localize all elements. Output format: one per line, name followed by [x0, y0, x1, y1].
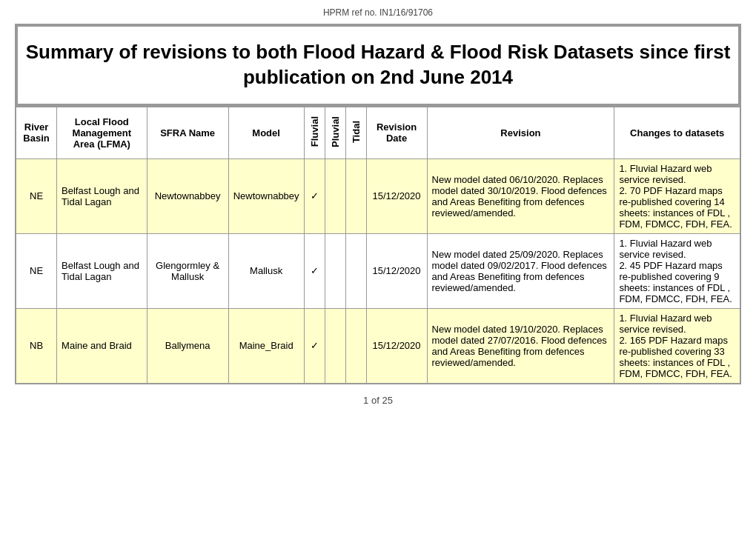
cell-model: Maine_Braid [228, 308, 304, 384]
cell-changes: 1. Fluvial Hazard web service revised.2.… [614, 233, 740, 308]
page-footer: 1 of 25 [15, 395, 741, 406]
cell-pluvial [325, 233, 345, 308]
header-lfma: Local Flood Management Area (LFMA) [57, 107, 147, 158]
header-tidal: Tidal [345, 107, 366, 158]
cell-sfra-name: Newtownabbey [147, 158, 228, 233]
cell-revision-date: 15/12/2020 [366, 308, 427, 384]
cell-fluvial: ✓ [304, 158, 325, 233]
table-row: NBMaine and BraidBallymenaMaine_Braid✓15… [16, 308, 740, 384]
header-river-basin: River Basin [16, 107, 57, 158]
cell-model: Newtownabbey [228, 158, 304, 233]
cell-fluvial: ✓ [304, 308, 325, 384]
header-fluvial: Fluvial [304, 107, 325, 158]
header-sfra-name: SFRA Name [147, 107, 228, 158]
cell-river-basin: NB [16, 308, 57, 384]
cell-pluvial [325, 158, 345, 233]
header-revision-date: Revision Date [366, 107, 427, 158]
cell-revision: New model dated 25/09/2020. Replaces mod… [427, 233, 614, 308]
cell-sfra-name: Ballymena [147, 308, 228, 384]
cell-revision: New model dated 06/10/2020. Replaces mod… [427, 158, 614, 233]
cell-tidal [345, 233, 366, 308]
cell-tidal [345, 308, 366, 384]
revisions-table: River Basin Local Flood Management Area … [15, 107, 741, 384]
cell-lfma: Maine and Braid [57, 308, 147, 384]
header-revision: Revision [427, 107, 614, 158]
table-row: NEBelfast Lough and Tidal LaganGlengorml… [16, 233, 740, 308]
table-row: NEBelfast Lough and Tidal LaganNewtownab… [16, 158, 740, 233]
cell-changes: 1. Fluvial Hazard web service revised.2.… [614, 308, 740, 384]
header-pluvial: Pluvial [325, 107, 345, 158]
cell-river-basin: NE [16, 158, 57, 233]
cell-sfra-name: Glengormley & Mallusk [147, 233, 228, 308]
cell-model: Mallusk [228, 233, 304, 308]
cell-lfma: Belfast Lough and Tidal Lagan [57, 158, 147, 233]
cell-river-basin: NE [16, 233, 57, 308]
cell-changes: 1. Fluvial Hazard web service revised.2.… [614, 158, 740, 233]
cell-fluvial: ✓ [304, 233, 325, 308]
cell-revision-date: 15/12/2020 [366, 233, 427, 308]
header-changes: Changes to datasets [614, 107, 740, 158]
header-model: Model [228, 107, 304, 158]
cell-pluvial [325, 308, 345, 384]
cell-revision-date: 15/12/2020 [366, 158, 427, 233]
page-title: Summary of revisions to both Flood Hazar… [16, 25, 740, 105]
ref-number: HPRM ref no. IN1/16/91706 [15, 7, 741, 18]
cell-lfma: Belfast Lough and Tidal Lagan [57, 233, 147, 308]
cell-tidal [345, 158, 366, 233]
cell-revision: New model dated 19/10/2020. Replaces mod… [427, 308, 614, 384]
